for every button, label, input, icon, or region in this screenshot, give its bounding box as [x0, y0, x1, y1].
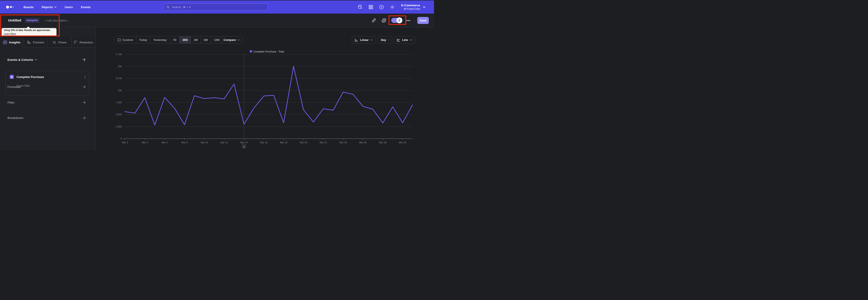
breakdown-section: Breakdown [7, 115, 86, 120]
sampled-badge[interactable]: Sampled [24, 18, 40, 23]
svg-text:Mar 24: Mar 24 [340, 141, 347, 144]
svg-text:Mar 2: Mar 2 [122, 141, 128, 144]
chart-legend[interactable]: Complete Purchase - Total [250, 50, 284, 53]
tab-label: Retention [80, 41, 93, 44]
nav-item-label: Boards [24, 5, 34, 9]
nav-item-label: Users [65, 5, 73, 9]
report-type-tabs: Insights Funnels Flows Retent [0, 37, 95, 48]
add-to-board-icon[interactable] [382, 18, 386, 23]
project-scope: All Project Data [401, 7, 420, 10]
chevron-down-icon [423, 6, 426, 8]
svg-text:Mar 28: Mar 28 [379, 141, 386, 144]
tooltip-learn-more-link[interactable]: Learn More [4, 33, 16, 35]
tab-retention[interactable]: Retention [71, 37, 95, 48]
svg-text:Mar 8: Mar 8 [182, 141, 188, 144]
event-letter-badge: A [10, 75, 14, 79]
query-sidebar: Insights Funnels Flows Retent [0, 28, 95, 150]
data-management-icon[interactable] [358, 5, 363, 9]
nav-item-events[interactable]: Events [81, 5, 91, 9]
chart-gridlines [125, 54, 412, 127]
svg-text:Complete Purchase - Total: Complete Purchase - Total [253, 50, 284, 53]
tab-label: Flows [58, 41, 67, 44]
lightning-bolt-icon [398, 19, 401, 22]
formulas-section: Formulas [7, 84, 86, 90]
save-button[interactable]: Save [417, 17, 429, 24]
svg-text:Mar 30: Mar 30 [399, 141, 406, 144]
report-title-bar: Untitled Sampled + Add description... [0, 13, 434, 27]
chart-annotation-marker[interactable]: 1 [242, 144, 246, 148]
chart-series-line[interactable] [125, 66, 412, 125]
sampling-toggle[interactable] [391, 18, 402, 23]
svg-text:Mar 26: Mar 26 [359, 141, 367, 144]
settings-gear-icon[interactable] [390, 5, 395, 9]
tab-label: Insights [9, 41, 20, 44]
svg-text:5,000: 5,000 [116, 113, 122, 116]
svg-text:12.5K: 12.5K [116, 77, 122, 80]
search-icon [166, 5, 170, 9]
formulas-label: Formulas [7, 85, 21, 89]
more-options-icon[interactable]: ••• [406, 19, 410, 22]
insights-icon [3, 40, 7, 44]
svg-text:Mar 16: Mar 16 [260, 141, 268, 144]
svg-text:1: 1 [243, 145, 245, 148]
sampling-tooltip: Using 10% of data. Results are approxima… [2, 28, 57, 36]
filter-section: Filter [7, 100, 86, 105]
tab-funnels[interactable]: Funnels [24, 37, 48, 48]
svg-text:2,500: 2,500 [116, 125, 122, 128]
mixpanel-logo[interactable] [6, 6, 13, 8]
svg-text:15K: 15K [118, 65, 122, 68]
nav-item-label: Reports [42, 5, 53, 9]
svg-text:Mar 20: Mar 20 [300, 141, 307, 144]
svg-text:7,500: 7,500 [116, 101, 122, 104]
svg-text:10K: 10K [118, 89, 122, 92]
events-cohorts-dropdown[interactable]: Events & Cohorts [7, 58, 37, 61]
svg-text:Mar 6: Mar 6 [162, 141, 168, 144]
sampling-toggle-knob [397, 18, 402, 23]
svg-text:Mar 14: Mar 14 [240, 141, 248, 144]
apps-grid-icon[interactable] [369, 5, 373, 9]
project-selector[interactable]: E-Commerce All Project Data [401, 4, 420, 10]
tab-insights[interactable]: Insights [0, 37, 24, 48]
search-shortcut: ⌘ + K [183, 5, 191, 9]
add-filter-button[interactable] [83, 101, 86, 104]
svg-text:Mar 10: Mar 10 [201, 141, 208, 144]
event-kebab-menu-icon[interactable] [84, 75, 86, 79]
nav-item-reports[interactable]: Reports [42, 5, 57, 9]
svg-text:Mar 12: Mar 12 [220, 141, 228, 144]
add-formula-button[interactable] [83, 85, 86, 89]
divider [414, 18, 414, 23]
copy-link-icon[interactable] [372, 18, 376, 22]
line-chart[interactable]: 02,5005,0007,50010K12.5K15K17.5K Mar 2Ma… [95, 28, 434, 150]
chart-y-axis-labels: 02,5005,0007,50010K12.5K15K17.5K [116, 53, 122, 140]
report-title[interactable]: Untitled [8, 18, 21, 22]
funnels-icon [27, 40, 31, 44]
retention-icon [74, 40, 78, 44]
events-cohorts-header: Events & Cohorts [7, 58, 86, 61]
chart-x-axis: Mar 2Mar 4Mar 6Mar 8Mar 10Mar 12Mar 14Ma… [122, 139, 412, 144]
logo-dot-large [6, 6, 9, 8]
chevron-down-icon [54, 6, 57, 8]
svg-text:Mar 22: Mar 22 [320, 141, 327, 144]
add-breakdown-button[interactable] [83, 116, 86, 120]
add-event-button[interactable] [83, 58, 86, 61]
event-name[interactable]: Complete Purchase [17, 75, 44, 79]
svg-text:Mar 18: Mar 18 [280, 141, 287, 144]
tab-label: Funnels [33, 41, 44, 44]
svg-text:Mar 4: Mar 4 [142, 141, 148, 144]
nav-item-boards[interactable]: Boards [24, 5, 34, 9]
tab-flows[interactable]: Flows [48, 37, 71, 48]
search-placeholder: Search [172, 5, 181, 9]
svg-text:0: 0 [121, 137, 122, 140]
event-card-complete-purchase[interactable]: A Complete Purchase Count Total [5, 71, 89, 96]
chevron-down-icon [35, 59, 37, 60]
breakdown-label: Breakdown [7, 116, 23, 120]
logo-dot-small [13, 6, 13, 7]
tooltip-text: Using 10% of data. Results are approxima… [4, 29, 54, 31]
nav-item-users[interactable]: Users [65, 5, 73, 9]
svg-text:17.5K: 17.5K [116, 53, 122, 56]
filter-label: Filter [7, 101, 15, 104]
top-nav: Boards Reports Users Events Search ⌘ + K [0, 0, 434, 13]
add-description-field[interactable]: + Add description... [44, 19, 70, 22]
search-input[interactable]: Search ⌘ + K [164, 4, 268, 10]
help-icon[interactable]: ? [379, 5, 384, 9]
